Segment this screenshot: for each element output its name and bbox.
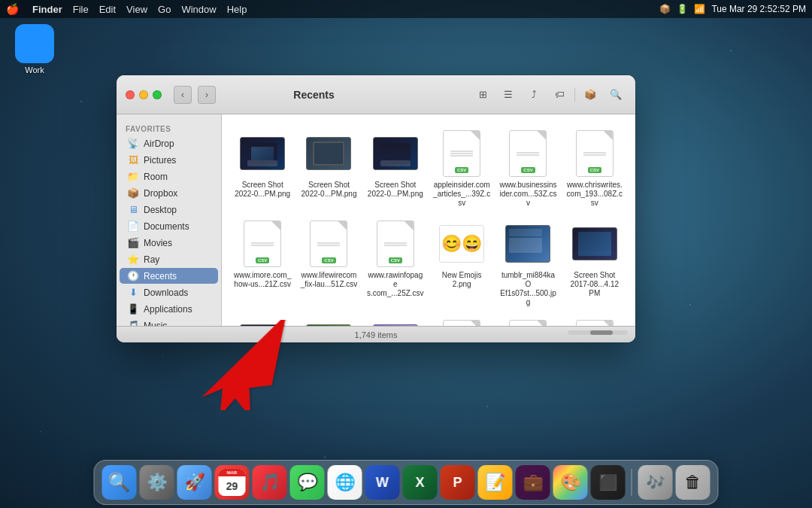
dock-item-colorful[interactable]: 🎨	[553, 465, 588, 500]
dropbox-sidebar-icon: 📦	[127, 187, 139, 199]
sidebar-item-dropbox[interactable]: 📦 Dropbox	[120, 185, 218, 201]
file-item[interactable]: Screen Shot 2022-0...PM.png	[364, 123, 427, 211]
dock-item-powerpoint[interactable]: P	[441, 465, 475, 500]
dock-item-chrome[interactable]: 🌐	[328, 465, 362, 500]
sidebar-item-desktop-label: Desktop	[144, 205, 177, 215]
file-item[interactable]: tumblr_mi884kaO Ef1s07st...500.jpg	[496, 214, 559, 310]
recents-icon: 🕐	[127, 270, 139, 281]
dock-separator	[632, 469, 632, 496]
file-item-the-bullet[interactable]: the bullet	[297, 313, 360, 326]
file-item[interactable]: CSV appleinsider.com_articles_...39Z.csv	[430, 123, 493, 211]
file-item[interactable]: Screen Shot 2017-08...4.12 PM	[563, 214, 626, 310]
tag-button[interactable]: 🏷	[549, 84, 570, 105]
dock-item-word[interactable]: W	[365, 465, 400, 500]
file-thumb: CSV	[371, 220, 420, 268]
dock-item-excel[interactable]: X	[403, 465, 438, 500]
menu-file[interactable]: File	[73, 4, 89, 15]
emoji-thumb: 😊😄	[439, 225, 484, 263]
csv-thumb: CSV	[443, 320, 480, 326]
sidebar-item-downloads[interactable]: ⬇ Downloads	[120, 284, 218, 300]
dock-item-settings[interactable]: ⚙️	[140, 465, 174, 500]
sidebar-item-room-label: Room	[144, 172, 168, 182]
file-item[interactable]: Screen Shot 2022-0...PM.png	[231, 123, 294, 211]
menu-help[interactable]: Help	[227, 4, 247, 15]
file-item[interactable]: CSV www.lifewirecom_fix-lau...51Z.csv	[297, 214, 360, 310]
menu-edit[interactable]: Edit	[99, 4, 116, 15]
window-title: Recents	[162, 89, 466, 101]
screenshot-thumb	[240, 137, 285, 170]
file-item[interactable]: CSV www.imore.com_how-get...03Z.csv	[563, 313, 626, 326]
dropbox-toolbar-icon[interactable]: 📦	[580, 84, 601, 105]
menu-go[interactable]: Go	[158, 4, 171, 15]
scroll-thumb	[590, 330, 613, 335]
file-item[interactable]: CSV www.techbout.com_send...33Z.csv	[430, 313, 493, 326]
view-list-button[interactable]: ☰	[498, 84, 519, 105]
sidebar-item-room[interactable]: 📁 Room	[120, 169, 218, 184]
view-icons-button[interactable]: ⊞	[472, 84, 493, 105]
sidebar-item-pictures-label: Pictures	[144, 155, 176, 166]
room-icon: 📁	[127, 171, 139, 182]
file-item[interactable]: CSV www.businessinsider.com_...17Z.csv	[496, 313, 559, 326]
minimize-button[interactable]	[139, 90, 148, 99]
sidebar-item-desktop[interactable]: 🖥 Desktop	[120, 202, 218, 217]
documents-icon: 📄	[127, 221, 139, 232]
sidebar-item-ray[interactable]: ⭐ Ray	[120, 251, 218, 267]
favorites-section-label: Favorites	[117, 120, 221, 135]
menu-window[interactable]: Window	[181, 4, 216, 15]
sidebar-item-music[interactable]: 🎵 Music	[120, 318, 218, 326]
dock-item-finder[interactable]: 🔍	[102, 465, 137, 500]
file-thumb	[238, 129, 286, 178]
csv-thumb: CSV	[576, 130, 614, 177]
work-folder-icon	[15, 24, 54, 63]
screenshot-thumb2	[373, 137, 418, 170]
sidebar-item-movies[interactable]: 🎬 Movies	[120, 235, 218, 251]
file-item[interactable]: CSV www.businessinsider.com...53Z.csv	[496, 123, 559, 211]
dock-item-music[interactable]: 🎵	[253, 465, 287, 500]
sidebar-item-documents[interactable]: 📄 Documents	[120, 218, 218, 234]
file-item[interactable]: CSV www.imore.com_how-us...21Z.csv	[231, 214, 294, 310]
dock-item-dark[interactable]: ⬛	[591, 465, 626, 500]
desktop: 🍎 Finder File Edit View Go Window Help 📦…	[0, 0, 812, 508]
ipad-screenshot-thumb	[306, 137, 351, 170]
dock-item-music2[interactable]: 🎶	[638, 465, 673, 500]
scroll-indicator[interactable]	[568, 330, 628, 335]
file-item[interactable]: CSV www.chriswrites.com_193...08Z.csv	[563, 123, 626, 211]
menu-view[interactable]: View	[126, 4, 147, 15]
search-button[interactable]: 🔍	[605, 84, 626, 105]
dock-item-slack[interactable]: 💼	[516, 465, 550, 500]
file-item[interactable]: tumblr_lxfxu4nFz w1qceu...1280.jpg	[364, 313, 427, 326]
file-thumb	[371, 129, 420, 178]
csv-thumb: CSV	[576, 320, 614, 326]
dock-item-notes[interactable]: 📝	[478, 465, 513, 500]
maximize-button[interactable]	[153, 90, 162, 99]
sidebar-item-downloads-label: Downloads	[144, 287, 188, 298]
file-name: www.imore.com_how-us...21Z.csv	[234, 271, 291, 289]
toolbar-sep	[574, 88, 575, 102]
file-name: www.businessinsider.com...53Z.csv	[499, 181, 556, 208]
sidebar-item-pictures[interactable]: 🖼 Pictures	[120, 152, 218, 168]
file-thumb	[304, 129, 353, 178]
file-thumb: CSV	[304, 220, 353, 268]
app-name[interactable]: Finder	[32, 4, 62, 15]
file-item[interactable]: Screen Shot 2022-0...PM.png	[297, 123, 360, 211]
close-button[interactable]	[126, 90, 135, 99]
dock-item-messages[interactable]: 💬	[290, 465, 325, 500]
battery-icon: 🔋	[677, 4, 688, 14]
sidebar-item-recents[interactable]: 🕐 Recents	[120, 268, 218, 284]
file-thumb: 😊😄	[438, 220, 486, 268]
dock-item-calendar[interactable]: MAR 29	[215, 465, 250, 500]
finder-main: Favorites 📡 AirDrop 🖼 Pictures 📁 Room 📦 …	[117, 114, 635, 326]
share-button[interactable]: ⤴	[523, 84, 544, 105]
music-sidebar-icon: 🎵	[127, 320, 139, 326]
file-item[interactable]: CSV www.rawinfopage s.com_...25Z.csv	[364, 214, 427, 310]
finder-window: ‹ › Recents ⊞ ☰ ⤴ 🏷 📦 🔍 Favorites 📡 AirD…	[117, 75, 635, 342]
sidebar-item-airdrop[interactable]: 📡 AirDrop	[120, 135, 218, 151]
file-item-new-emojis[interactable]: 😊😄 New Emojis 2.png	[430, 214, 493, 310]
apple-menu[interactable]: 🍎	[6, 3, 19, 15]
dock-item-launchpad[interactable]: 🚀	[177, 465, 212, 500]
csv-thumb: CSV	[509, 130, 547, 177]
dock-item-trash[interactable]: 🗑	[676, 465, 710, 500]
desktop-icon-work[interactable]: Work	[8, 24, 62, 75]
sidebar-item-applications[interactable]: 📱 Applications	[120, 301, 218, 317]
file-item-invictus[interactable]: 🏛 invictus	[231, 313, 294, 326]
